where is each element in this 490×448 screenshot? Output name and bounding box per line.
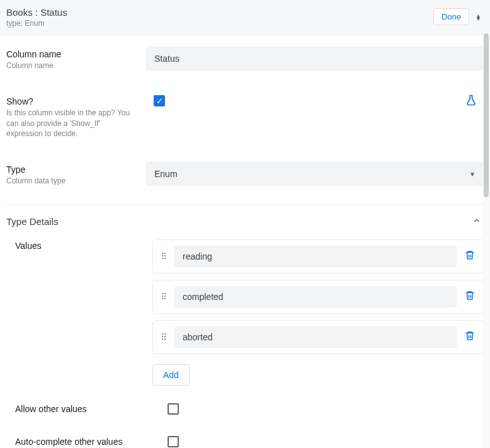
value-input[interactable] <box>174 246 457 267</box>
scrollbar-track <box>482 32 490 448</box>
field-allow-other: Allow other values <box>6 392 484 417</box>
header-bar: Books : Status type: Enum Done ▴▾ <box>0 0 490 35</box>
column-name-input[interactable] <box>146 47 484 71</box>
value-input[interactable] <box>174 286 457 307</box>
value-row: ⠿ <box>152 239 484 273</box>
field-show: Show? Is this column visible in the app?… <box>6 83 484 151</box>
drag-handle-icon[interactable]: ⠿ <box>159 292 168 302</box>
body-scroll: Column name Column name Show? Is this co… <box>0 35 490 448</box>
scrollbar-thumb[interactable] <box>484 33 489 197</box>
expand-collapse-icon[interactable]: ▴▾ <box>477 14 480 20</box>
type-select-value: Enum <box>154 169 178 179</box>
allow-other-checkbox[interactable] <box>168 403 179 415</box>
show-label: Show? <box>6 96 139 106</box>
type-label: Type <box>6 164 139 175</box>
drag-handle-icon[interactable]: ⠿ <box>159 251 168 261</box>
column-name-label: Column name <box>6 49 139 59</box>
field-column-name: Column name Column name <box>6 35 484 83</box>
values-block: Values ⠿ ⠿ ⠿ <box>6 231 484 392</box>
page-title: Books : Status <box>6 7 67 18</box>
section-type-details[interactable]: Type Details <box>6 205 484 231</box>
allow-other-label: Allow other values <box>15 404 160 414</box>
section-title: Type Details <box>6 216 59 227</box>
delete-value-button[interactable] <box>463 329 477 345</box>
field-auto-complete: Auto-complete other values <box>6 417 484 448</box>
delete-value-button[interactable] <box>463 289 477 304</box>
auto-complete-label: Auto-complete other values <box>15 437 160 447</box>
auto-complete-checkbox[interactable] <box>168 436 179 447</box>
add-value-button[interactable]: Add <box>152 364 190 386</box>
column-name-desc: Column name <box>6 60 139 71</box>
show-desc: Is this column visible in the app? You c… <box>6 108 139 139</box>
flask-icon[interactable] <box>465 94 477 108</box>
delete-value-button[interactable] <box>463 248 477 264</box>
chevron-up-icon <box>472 216 481 227</box>
values-label: Values <box>15 241 152 251</box>
drag-handle-icon[interactable]: ⠿ <box>159 332 168 342</box>
caret-down-icon: ▼ <box>469 171 476 178</box>
type-desc: Column data type <box>6 176 139 187</box>
type-select[interactable]: Enum ▼ <box>146 162 484 186</box>
value-row: ⠿ <box>152 320 484 354</box>
field-type: Type Column data type Enum ▼ <box>6 151 484 198</box>
done-button[interactable]: Done <box>433 8 469 25</box>
value-row: ⠿ <box>152 280 484 314</box>
page-subtitle: type: Enum <box>6 19 67 28</box>
show-checkbox[interactable]: ✓ <box>154 95 165 106</box>
checkmark-icon: ✓ <box>156 97 163 105</box>
value-input[interactable] <box>174 326 457 348</box>
